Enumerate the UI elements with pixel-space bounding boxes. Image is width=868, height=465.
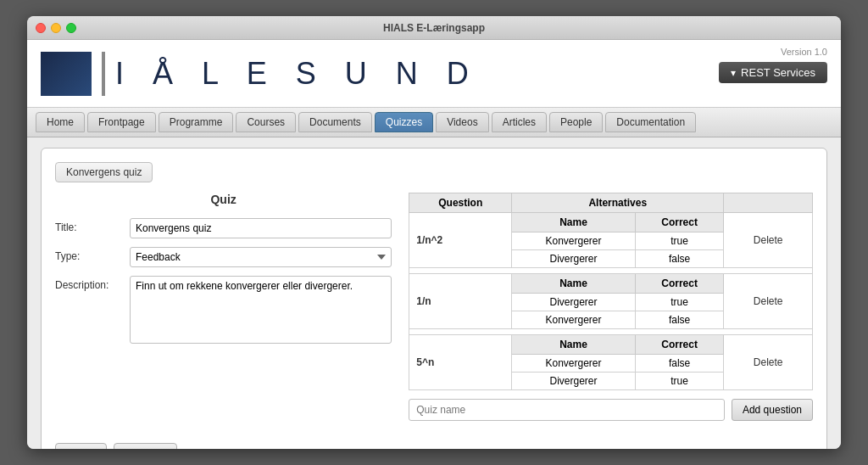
main-content: Konvergens quiz Quiz Title: Type: Feedba… xyxy=(27,137,841,449)
logo-divider xyxy=(102,52,105,96)
maximize-dot[interactable] xyxy=(66,23,76,33)
spacer xyxy=(409,329,813,335)
form-heading: Quiz xyxy=(55,193,392,206)
delete-q3-button[interactable]: Delete xyxy=(750,356,787,368)
tab-quizzes[interactable]: Quizzes xyxy=(375,112,433,132)
alt-name: Divergerer xyxy=(512,373,636,390)
alt-name: Divergerer xyxy=(512,250,636,268)
correct-header: Correct xyxy=(635,213,724,232)
panel-title: Konvergens quiz xyxy=(55,162,153,182)
alt-correct: false xyxy=(635,355,724,373)
tab-courses[interactable]: Courses xyxy=(236,112,296,132)
description-label: Description: xyxy=(55,276,123,291)
col-question: Question xyxy=(409,193,512,213)
col-alternatives: Alternatives xyxy=(512,193,724,213)
tab-home[interactable]: Home xyxy=(36,112,85,132)
question-id: 5^n xyxy=(409,335,512,390)
back-button[interactable]: Back xyxy=(55,443,107,449)
spacer xyxy=(409,268,813,274)
correct-header: Correct xyxy=(635,335,724,355)
delete-q2-button[interactable]: Delete xyxy=(750,295,787,307)
delete-cell: Delete xyxy=(724,213,813,268)
window-title: HIALS E-Læringsapp xyxy=(383,22,485,34)
nav-bar: Home Frontpage Programme Courses Documen… xyxy=(27,108,841,137)
rest-services-button[interactable]: REST Services xyxy=(719,62,827,83)
add-question-row: Add question xyxy=(409,399,813,421)
tab-documents[interactable]: Documents xyxy=(298,112,372,132)
questions-section: Question Alternatives 1/n^2 Name Correct xyxy=(409,193,813,421)
form-actions: Back Save xyxy=(55,434,813,449)
type-select[interactable]: Feedback Test Survey xyxy=(130,247,392,267)
quiz-name-input[interactable] xyxy=(409,399,725,421)
quiz-panel: Konvergens quiz Quiz Title: Type: Feedba… xyxy=(41,148,827,449)
form-layout: Quiz Title: Type: Feedback Test Survey xyxy=(55,193,813,421)
delete-cell: Delete xyxy=(724,274,813,329)
quiz-form: Quiz Title: Type: Feedback Test Survey xyxy=(55,193,392,421)
table-row: 1/n^2 Name Correct Delete xyxy=(409,213,813,232)
table-row: 1/n Name Correct Delete xyxy=(409,274,813,294)
alt-name: Konvergerer xyxy=(512,232,636,250)
alt-name: Divergerer xyxy=(512,294,636,311)
tab-documentation[interactable]: Documentation xyxy=(605,112,696,132)
col-actions xyxy=(724,193,813,213)
app-header: I Å L E S U N D Version 1.0 REST Service… xyxy=(27,40,841,108)
alt-correct: false xyxy=(635,311,724,329)
header-right: Version 1.0 REST Services xyxy=(719,47,827,83)
name-header: Name xyxy=(512,335,636,355)
tab-people[interactable]: People xyxy=(549,112,603,132)
minimize-dot[interactable] xyxy=(51,23,61,33)
description-row: Description: Finn ut om rekkene konverge… xyxy=(55,276,392,344)
alt-correct: true xyxy=(635,294,724,311)
close-dot[interactable] xyxy=(36,23,46,33)
logo-area: I Å L E S U N D xyxy=(41,52,827,96)
title-label: Title: xyxy=(55,218,123,233)
tab-frontpage[interactable]: Frontpage xyxy=(87,112,156,132)
version-text: Version 1.0 xyxy=(781,47,827,57)
logo-box xyxy=(41,52,92,96)
description-textarea[interactable]: Finn ut om rekkene konvergerer eller div… xyxy=(130,276,392,344)
alt-name: Konvergerer xyxy=(512,311,636,329)
logo-text: I Å L E S U N D xyxy=(115,56,479,92)
name-header: Name xyxy=(512,274,636,294)
tab-articles[interactable]: Articles xyxy=(492,112,547,132)
alt-correct: false xyxy=(635,250,724,268)
title-row: Title: xyxy=(55,218,392,238)
tab-videos[interactable]: Videos xyxy=(436,112,488,132)
app-window: HIALS E-Læringsapp I Å L E S U N D Versi… xyxy=(27,16,841,449)
traffic-lights xyxy=(36,23,76,33)
question-id: 1/n xyxy=(409,274,512,329)
alt-name: Konvergerer xyxy=(512,355,636,373)
add-question-button[interactable]: Add question xyxy=(732,399,813,421)
delete-q1-button[interactable]: Delete xyxy=(750,234,787,246)
type-label: Type: xyxy=(55,247,123,262)
alt-correct: true xyxy=(635,232,724,250)
delete-cell: Delete xyxy=(724,335,813,390)
tab-programme[interactable]: Programme xyxy=(159,112,234,132)
title-bar: HIALS E-Læringsapp xyxy=(27,16,841,40)
save-button[interactable]: Save xyxy=(114,443,177,449)
table-row: 5^n Name Correct Delete xyxy=(409,335,813,355)
type-row: Type: Feedback Test Survey xyxy=(55,247,392,267)
title-input[interactable] xyxy=(130,218,392,238)
name-header: Name xyxy=(512,213,636,232)
correct-header: Correct xyxy=(635,274,724,294)
questions-table: Question Alternatives 1/n^2 Name Correct xyxy=(409,193,813,390)
question-id: 1/n^2 xyxy=(409,213,512,268)
alt-correct: true xyxy=(635,373,724,390)
